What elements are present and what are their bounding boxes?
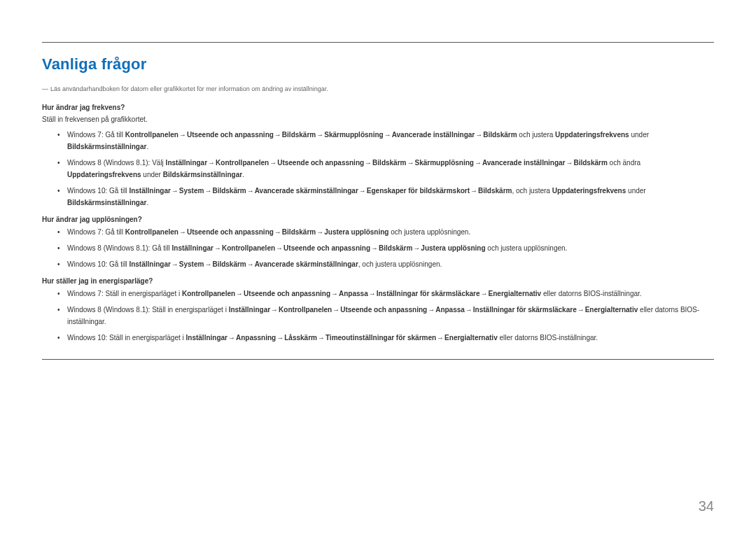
- arrow-icon: →: [437, 332, 444, 344]
- nav-path-segment: Inställningar: [229, 306, 270, 314]
- arrow-icon: →: [228, 332, 235, 344]
- nav-path-segment: Kontrollpanelen: [279, 306, 332, 314]
- target-term: Uppdateringsfrekvens: [555, 131, 629, 139]
- arrow-icon: →: [332, 304, 340, 316]
- arrow-icon: →: [208, 157, 215, 169]
- arrow-icon: →: [578, 304, 584, 316]
- nav-path-segment: Utseende och anpassning: [284, 244, 370, 252]
- list-item: Windows 7: Gå till Kontrollpanelen → Uts…: [57, 129, 714, 153]
- nav-path-segment: Justera upplösning: [421, 244, 485, 252]
- top-rule: [42, 42, 714, 43]
- faq-intro: Ställ in frekvensen på grafikkortet.: [42, 114, 714, 125]
- list-item: Windows 7: Gå till Kontrollpanelen → Uts…: [57, 226, 714, 238]
- nav-path-segment: Energialternativ: [585, 306, 638, 314]
- nav-path-segment: Egenskaper för bildskärmskort: [367, 187, 470, 195]
- target-term: Uppdateringsfrekvens: [67, 171, 141, 178]
- list-item: Windows 8 (Windows 8.1): Välj Inställnin…: [57, 157, 714, 181]
- nav-path-segment: Skärmupplösning: [324, 131, 383, 139]
- nav-path-segment: Bildskärm: [483, 131, 517, 139]
- nav-path-segment: Avancerade skärminställningar: [255, 187, 358, 195]
- arrow-icon: →: [274, 226, 281, 238]
- arrow-icon: →: [475, 129, 482, 141]
- nav-path-segment: Utseende och anpassning: [340, 306, 427, 314]
- nav-path-segment: Inställningar: [166, 159, 207, 167]
- nav-path-segment: Justera upplösning: [324, 228, 388, 236]
- nav-path-segment: Bildskärm: [573, 159, 607, 167]
- nav-path-segment: Kontrollpanelen: [182, 290, 235, 297]
- nav-path-segment: Bildskärm: [282, 131, 316, 139]
- info-note: Läs användarhandboken för datorn eller g…: [42, 85, 714, 94]
- arrow-icon: →: [470, 185, 477, 197]
- arrow-icon: →: [270, 157, 276, 169]
- arrow-icon: →: [247, 258, 254, 270]
- arrow-icon: →: [179, 226, 186, 238]
- nav-path-segment: Inställningar för skärmsläckare: [473, 306, 577, 314]
- bullet-list: Windows 7: Gå till Kontrollpanelen → Uts…: [57, 129, 714, 209]
- arrow-icon: →: [274, 129, 281, 141]
- arrow-icon: →: [369, 288, 376, 300]
- list-item: Windows 10: Gå till Inställningar → Syst…: [57, 185, 714, 209]
- arrow-icon: →: [276, 332, 284, 344]
- bullet-list: Windows 7: Ställ in energisparläget i Ko…: [57, 288, 714, 344]
- list-item: Windows 10: Ställ in energisparläget i I…: [57, 332, 714, 344]
- nav-path-segment: Kontrollpanelen: [125, 131, 178, 139]
- arrow-icon: →: [247, 185, 254, 197]
- arrow-icon: →: [481, 288, 488, 300]
- nav-path-segment: Avancerade inställningar: [482, 159, 566, 167]
- arrow-icon: →: [331, 288, 338, 300]
- page-number: 34: [699, 498, 714, 514]
- nav-path-segment: Kontrollpanelen: [125, 228, 178, 236]
- arrow-icon: →: [365, 157, 372, 169]
- nav-path-segment: Inställningar: [172, 244, 214, 252]
- nav-path-segment: Avancerade skärminställningar: [255, 260, 358, 268]
- arrow-icon: →: [413, 242, 420, 254]
- arrow-icon: →: [407, 157, 414, 169]
- nav-path-segment: Bildskärm: [478, 187, 512, 195]
- arrow-icon: →: [359, 185, 366, 197]
- arrow-icon: →: [384, 129, 391, 141]
- list-item: Windows 7: Ställ in energisparläget i Ko…: [57, 288, 714, 300]
- list-item: Windows 10: Gå till Inställningar → Syst…: [57, 258, 714, 270]
- document-page: Vanliga frågor Läs användarhandboken för…: [0, 0, 756, 534]
- nav-path-segment: Utseende och anpassning: [277, 159, 364, 167]
- arrow-icon: →: [566, 157, 573, 169]
- trail-term: Bildskärmsinställningar: [163, 171, 242, 178]
- nav-path-segment: Avancerade inställningar: [392, 131, 475, 139]
- nav-path-segment: Utseende och anpassning: [187, 131, 274, 139]
- arrow-icon: →: [172, 258, 178, 270]
- arrow-icon: →: [428, 304, 435, 316]
- nav-path-segment: Bildskärm: [212, 260, 246, 268]
- nav-path-segment: Utseende och anpassning: [187, 228, 274, 236]
- nav-path-segment: Kontrollpanelen: [222, 244, 275, 252]
- list-item: Windows 8 (Windows 8.1): Gå till Inställ…: [57, 242, 714, 254]
- arrow-icon: →: [179, 129, 186, 141]
- nav-path-segment: Bildskärm: [282, 228, 316, 236]
- nav-path-segment: Anpassa: [339, 290, 368, 297]
- nav-path-segment: Utseende och anpassning: [244, 290, 330, 297]
- nav-path-segment: Bildskärm: [379, 244, 412, 252]
- arrow-icon: →: [318, 332, 325, 344]
- faq-question: Hur ändrar jag frekvens?: [42, 104, 714, 111]
- nav-path-segment: Skärmupplösning: [414, 159, 473, 167]
- nav-path-segment: Timeoutinställningar för skärmen: [326, 334, 436, 342]
- arrow-icon: →: [316, 226, 323, 238]
- arrow-icon: →: [316, 129, 323, 141]
- nav-path-segment: Energialternativ: [444, 334, 498, 342]
- target-term: Uppdateringsfrekvens: [552, 187, 626, 195]
- arrow-icon: →: [204, 185, 211, 197]
- arrow-icon: →: [204, 258, 211, 270]
- nav-path-segment: Anpassa: [435, 306, 465, 314]
- nav-path-segment: Bildskärm: [372, 159, 406, 167]
- arrow-icon: →: [276, 242, 283, 254]
- arrow-icon: →: [465, 304, 472, 316]
- faq-question: Hur ändrar jag upplösningen?: [42, 216, 714, 223]
- nav-path-segment: Anpassning: [236, 334, 276, 342]
- nav-path-segment: Bildskärm: [212, 187, 246, 195]
- nav-path-segment: Inställningar: [129, 187, 170, 195]
- trail-term: Bildskärmsinställningar: [67, 199, 146, 206]
- nav-path-segment: Inställningar: [186, 334, 227, 342]
- page-title: Vanliga frågor: [42, 55, 714, 73]
- arrow-icon: →: [236, 288, 243, 300]
- bottom-rule: [42, 359, 714, 360]
- nav-path-segment: System: [179, 260, 204, 268]
